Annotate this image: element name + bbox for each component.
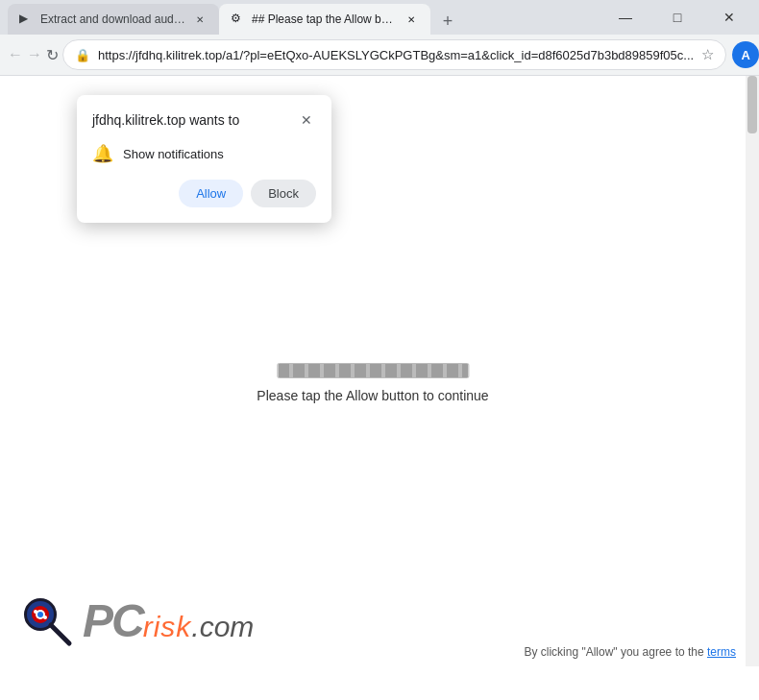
popup-header: jfdhq.kilitrek.top wants to ✕ — [92, 110, 316, 130]
logo-pc: PC — [83, 594, 143, 647]
address-bar[interactable]: 🔒 https://jfdhq.kilitrek.top/a1/?pl=eEtQ… — [62, 39, 726, 70]
tab-1[interactable]: ▶ Extract and download audio an... ✕ — [8, 4, 219, 35]
notification-popup: jfdhq.kilitrek.top wants to ✕ 🔔 Show not… — [77, 95, 331, 223]
notification-text: Show notifications — [123, 147, 224, 161]
bottom-text: By clicking "Allow" you agree to the — [524, 645, 703, 659]
page-content: jfdhq.kilitrek.top wants to ✕ 🔔 Show not… — [0, 76, 759, 666]
profile-avatar: A — [732, 41, 759, 68]
address-bar-row: ← → ↻ 🔒 https://jfdhq.kilitrek.top/a1/?p… — [0, 35, 759, 75]
lock-icon: 🔒 — [75, 48, 90, 62]
minimize-button[interactable]: — — [603, 0, 648, 35]
popup-buttons: Allow Block — [92, 180, 316, 207]
back-button[interactable]: ← — [8, 39, 23, 70]
allow-button[interactable]: Allow — [179, 180, 243, 207]
maximize-button[interactable]: □ — [655, 0, 699, 35]
tab-2[interactable]: ⚙ ## Please tap the Allow button... ✕ — [219, 4, 430, 35]
popup-title: jfdhq.kilitrek.top wants to — [92, 112, 239, 128]
tab2-favicon: ⚙ — [231, 12, 246, 27]
scrollbar-thumb[interactable] — [747, 76, 757, 133]
svg-point-4 — [37, 612, 43, 617]
progress-bar — [277, 363, 469, 378]
popup-notification-row: 🔔 Show notifications — [92, 143, 316, 164]
block-button[interactable]: Block — [251, 180, 316, 207]
progress-text: Please tap the Allow button to continue — [257, 388, 488, 403]
svg-point-6 — [34, 610, 37, 614]
tab2-close-button[interactable]: ✕ — [404, 12, 419, 27]
scrollbar[interactable] — [746, 76, 759, 666]
terms-link[interactable]: terms — [707, 645, 736, 659]
logo-risk: risk — [143, 611, 192, 643]
profile-button[interactable]: A — [730, 39, 759, 70]
tab1-close-button[interactable]: ✕ — [192, 12, 208, 27]
logo-text: PC risk .com — [83, 594, 254, 647]
forward-button[interactable]: → — [27, 39, 42, 70]
toolbar-icons: A ⋮ — [730, 39, 759, 70]
title-bar: ▶ Extract and download audio an... ✕ ⚙ #… — [0, 0, 759, 35]
tab2-title: ## Please tap the Allow button... — [252, 12, 398, 26]
bookmark-icon[interactable]: ☆ — [701, 46, 714, 63]
progress-area: Please tap the Allow button to continue — [257, 363, 488, 403]
logo-dotcom: .com — [191, 611, 254, 643]
logo-area: PC risk .com — [19, 593, 254, 647]
progress-bar-fill — [278, 364, 468, 377]
svg-line-5 — [51, 625, 69, 643]
browser-chrome: ▶ Extract and download audio an... ✕ ⚙ #… — [0, 0, 759, 76]
bell-icon: 🔔 — [92, 143, 113, 164]
close-button[interactable]: ✕ — [707, 0, 751, 35]
svg-point-7 — [43, 616, 47, 619]
new-tab-button[interactable]: + — [434, 8, 461, 35]
logo-icon — [19, 593, 73, 647]
tab1-favicon: ▶ — [19, 12, 35, 27]
tab1-title: Extract and download audio an... — [40, 12, 186, 26]
window-controls: — □ ✕ — [603, 0, 751, 35]
bottom-right-text: By clicking "Allow" you agree to the ter… — [524, 645, 736, 659]
url-text: https://jfdhq.kilitrek.top/a1/?pl=eEtQxo… — [98, 48, 694, 62]
popup-close-button[interactable]: ✕ — [297, 110, 316, 130]
refresh-button[interactable]: ↻ — [46, 39, 59, 70]
